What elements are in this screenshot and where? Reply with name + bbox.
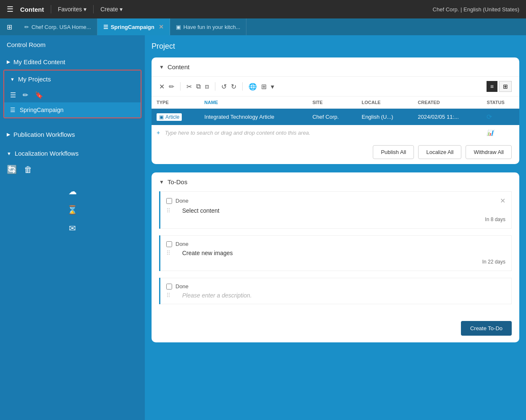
- cut-icon[interactable]: ✂: [186, 83, 192, 91]
- loc-workflows-chevron-icon: ▼: [7, 151, 11, 156]
- edit-project-icon[interactable]: ✏: [23, 91, 28, 99]
- tab-bar: ⊞ ✏ Chef Corp. USA Home... ☰ SpringCampa…: [0, 18, 526, 35]
- publish-all-button[interactable]: Publish All: [373, 145, 414, 159]
- publication-workflows-header[interactable]: ▶ Publication Workflows: [0, 125, 145, 144]
- todo-due-1: In 8 days: [166, 214, 505, 223]
- create-todo-button[interactable]: Create To-Do: [461, 321, 512, 336]
- todo-checkbox-2[interactable]: [166, 241, 172, 247]
- row-name: Integrated Technology Article: [199, 109, 307, 125]
- table-row[interactable]: ▣ Article Integrated Technology Article …: [152, 109, 519, 125]
- publish-actions: Publish All Localize All Withdraw All: [152, 140, 519, 164]
- todo-checkbox-1[interactable]: [166, 198, 172, 204]
- tab-have-fun-label: Have fun in your kitch...: [183, 24, 241, 30]
- loc-workflows-label: Localization Workflows: [15, 150, 79, 157]
- todo-item-3-inner: Done ⠿ Please enter a description.: [160, 278, 512, 304]
- stats-icon-cell: 📊: [482, 125, 519, 140]
- col-name[interactable]: NAME: [199, 97, 307, 109]
- content-table: TYPE NAME SITE LOCALE CREATED STATUS ▣ A: [152, 97, 519, 140]
- todo-list: Done ✕ ⠿ Select content In 8 days: [152, 191, 519, 318]
- more-icon[interactable]: ▾: [271, 83, 274, 91]
- grid-view-button[interactable]: ⊞: [499, 81, 512, 92]
- type-badge-icon: ▣: [159, 114, 164, 120]
- localization-workflows-header[interactable]: ▼ Localization Workflows: [0, 144, 145, 163]
- stats-icon: 📊: [487, 129, 494, 136]
- top-nav: ☰ Content Favorites ▾ Create ▾ Chef Corp…: [0, 0, 526, 18]
- add-toolbar-icon[interactable]: ⊞: [261, 83, 267, 91]
- list-view-icon[interactable]: ☰: [10, 91, 16, 99]
- tab-spring-campaign-label: SpringCampaign: [111, 24, 154, 30]
- todo-checkbox-3[interactable]: [166, 284, 172, 290]
- col-status: STATUS: [482, 97, 519, 109]
- main-layout: Control Room ▶ My Edited Content ▼ My Pr…: [0, 35, 526, 420]
- bookmark-icon[interactable]: 🔖: [35, 91, 43, 99]
- todos-chevron-icon: ▼: [159, 179, 164, 185]
- hamburger-icon[interactable]: ☰: [7, 5, 13, 14]
- todo-item-1-inner: Done ✕ ⠿ Select content In 8 days: [160, 191, 512, 229]
- org-info: Chef Corp. | English (United States): [433, 6, 519, 13]
- col-created: CREATED: [413, 97, 482, 109]
- todo-close-1[interactable]: ✕: [500, 197, 505, 205]
- todo-due-2: In 22 days: [166, 256, 505, 266]
- add-content-placeholder: + Type here to search or drag and drop c…: [152, 125, 482, 140]
- loc-refresh-icon[interactable]: 🔄: [7, 164, 17, 175]
- my-edited-content-header[interactable]: ▶ My Edited Content: [0, 54, 145, 70]
- create-arrow-icon: ▾: [120, 6, 123, 13]
- todo-drag-3[interactable]: ⠿: [166, 292, 170, 299]
- tab-dashboard-icon[interactable]: ⊞: [0, 18, 18, 35]
- project-title: Project: [152, 42, 519, 51]
- nav-separator: [51, 5, 51, 13]
- my-projects-header[interactable]: ▼ My Projects: [4, 70, 141, 88]
- todo-drag-1[interactable]: ⠿: [166, 207, 170, 214]
- col-site: SITE: [307, 97, 356, 109]
- type-badge-label: Article: [165, 114, 179, 120]
- hourglass-icon[interactable]: ⌛: [67, 205, 78, 215]
- col-locale: LOCALE: [356, 97, 413, 109]
- paste-icon[interactable]: ⧈: [205, 83, 209, 90]
- todo-text-2: Create new images: [173, 250, 233, 256]
- tab-chef-home[interactable]: ✏ Chef Corp. USA Home...: [18, 18, 97, 35]
- my-edited-content-chevron-icon: ▶: [7, 59, 10, 65]
- todos-card: ▼ To-Dos Done ✕ ⠿: [152, 172, 519, 342]
- cloud-icon[interactable]: ☁: [68, 186, 77, 196]
- my-projects-chevron-icon: ▼: [10, 77, 15, 82]
- todo-item-1: Done ✕ ⠿ Select content In 8 days: [159, 191, 512, 229]
- toolbar-sep-2: [215, 82, 215, 91]
- todos-card-header: ▼ To-Dos: [152, 172, 519, 191]
- tab-spring-campaign-close[interactable]: ✕: [159, 23, 164, 30]
- control-room-header: Control Room: [0, 35, 145, 54]
- globe-icon[interactable]: 🌐: [249, 83, 257, 91]
- localize-all-button[interactable]: Localize All: [418, 145, 461, 159]
- copy-icon[interactable]: ⧉: [196, 83, 201, 90]
- undo-icon[interactable]: ↺: [221, 83, 227, 91]
- withdraw-all-button[interactable]: Withdraw All: [466, 145, 512, 159]
- project-item-spring-campaign[interactable]: ☰ SpringCampaign: [4, 102, 141, 117]
- add-content-row[interactable]: + Type here to search or drag and drop c…: [152, 125, 519, 140]
- tab-spring-campaign[interactable]: ☰ SpringCampaign ✕: [97, 18, 170, 35]
- todo-check-left-1: Done: [166, 198, 188, 204]
- project-item-label: SpringCampaign: [20, 107, 63, 113]
- my-projects-label: My Projects: [18, 76, 51, 83]
- todo-drag-2[interactable]: ⠿: [166, 250, 170, 256]
- close-content-icon[interactable]: ✕: [159, 83, 165, 91]
- status-sync-icon: ⟳: [487, 113, 492, 120]
- content-card-header: ▼ Content: [152, 57, 519, 77]
- my-edited-content-label: My Edited Content: [13, 58, 65, 65]
- col-type: TYPE: [152, 97, 199, 109]
- todo-check-row-2: Done: [166, 241, 505, 247]
- todo-done-label-3: Done: [175, 283, 188, 290]
- favorites-menu[interactable]: Favorites ▾: [58, 6, 87, 13]
- loc-delete-icon[interactable]: 🗑: [24, 165, 32, 175]
- edit-content-icon[interactable]: ✏: [169, 83, 174, 91]
- toolbar-sep-3: [242, 82, 243, 91]
- my-projects-section: ▼ My Projects ☰ ✏ 🔖 ☰ SpringCampaign: [3, 70, 141, 118]
- create-menu[interactable]: Create ▾: [100, 6, 123, 13]
- todo-check-row-1: Done ✕: [166, 197, 505, 205]
- tab-have-fun[interactable]: ▣ Have fun in your kitch...: [170, 18, 247, 35]
- mail-icon[interactable]: ✉: [69, 223, 76, 233]
- type-badge: ▣ Article: [157, 113, 182, 121]
- list-view-button[interactable]: ≡: [487, 81, 497, 92]
- toolbar-sep-1: [180, 82, 181, 91]
- redo-icon[interactable]: ↻: [231, 83, 236, 91]
- todo-item-2: Done ⠿ Create new images In 22 days: [159, 235, 512, 271]
- content-card: ▼ Content ✕ ✏ ✂ ⧉ ⧈ ↺ ↻ 🌐 ⊞ ▾ ≡ ⊞: [152, 57, 519, 164]
